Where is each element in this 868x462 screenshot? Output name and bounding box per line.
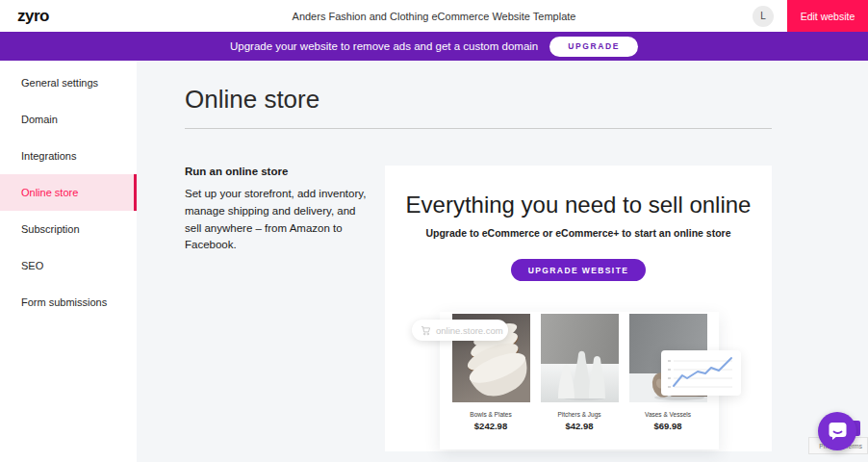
sidebar-item-integrations[interactable]: Integrations	[0, 138, 137, 174]
pitchers-photo	[541, 314, 619, 402]
edit-website-button[interactable]: Edit website	[787, 0, 868, 32]
top-bar-actions: L Edit website	[753, 0, 868, 32]
promo-subheading: Upgrade to eCommerce or eCommerce+ to st…	[385, 227, 772, 239]
product-price: $42.98	[541, 421, 619, 431]
sidebar-item-domain[interactable]: Domain	[0, 101, 137, 138]
store-url-text: online.store.com	[436, 325, 503, 336]
page-title: Online store	[185, 85, 772, 115]
main-content: Online store Run an online store Set up …	[137, 61, 868, 462]
sidebar-item-online-store[interactable]: Online store	[0, 174, 137, 211]
section-title: Run an online store	[185, 166, 385, 177]
trend-chart-card	[661, 350, 741, 396]
store-url-pill: online.store.com	[412, 320, 508, 341]
user-avatar[interactable]: L	[753, 6, 774, 27]
sidebar-item-form-submissions[interactable]: Form submissions	[0, 284, 137, 321]
chat-bubble-icon	[828, 422, 848, 441]
product-card: Pitchers & Jugs $42.98	[541, 314, 619, 449]
sidebar-item-subscription[interactable]: Subscription	[0, 211, 137, 247]
site-title: Anders Fashion and Clothing eCommerce We…	[293, 11, 576, 22]
upgrade-banner-text: Upgrade your website to remove ads and g…	[230, 40, 538, 52]
product-name: Bowls & Plates	[452, 411, 530, 418]
chat-widget-button[interactable]	[818, 412, 856, 450]
product-name: Vases & Vessels	[629, 411, 707, 418]
product-price: $242.98	[452, 421, 530, 431]
top-bar: zyro Anders Fashion and Clothing eCommer…	[0, 0, 868, 32]
promo-card: Everything you need to sell online Upgra…	[385, 166, 772, 451]
product-name: Pitchers & Jugs	[541, 411, 619, 418]
sidebar-item-seo[interactable]: SEO	[0, 247, 137, 284]
upgrade-banner: Upgrade your website to remove ads and g…	[0, 32, 868, 61]
cart-icon	[421, 325, 431, 336]
zyro-logo[interactable]: zyro	[17, 7, 49, 26]
line-chart-icon	[661, 350, 741, 396]
product-price: $69.98	[629, 421, 707, 431]
promo-heading: Everything you need to sell online	[385, 166, 772, 218]
section-intro: Run an online store Set up your storefro…	[185, 166, 385, 451]
upgrade-website-button[interactable]: UPGRADE WEBSITE	[511, 259, 647, 281]
title-divider	[185, 128, 772, 129]
banner-upgrade-button[interactable]: UPGRADE	[549, 37, 638, 57]
settings-sidebar: General settings Domain Integrations Onl…	[0, 61, 137, 462]
section-description: Set up your storefront, add inventory, m…	[185, 186, 370, 254]
sidebar-item-general-settings[interactable]: General settings	[0, 64, 137, 101]
